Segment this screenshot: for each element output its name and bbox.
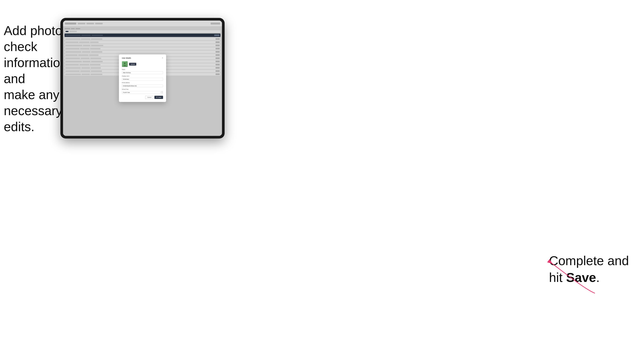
email-field-group: Email address xyxy=(122,82,163,87)
school-year-arrows: ▲ ▼ xyxy=(162,91,162,93)
user-photo xyxy=(122,61,128,67)
photo-image xyxy=(122,62,127,66)
save-button[interactable]: ⬆ Save xyxy=(154,96,163,99)
name-input[interactable] xyxy=(122,71,163,74)
school-year-field-group: School Year × ▲ ▼ xyxy=(122,89,163,94)
display-name-label: Display name xyxy=(122,75,163,77)
school-year-input[interactable] xyxy=(122,91,163,94)
save-icon: ⬆ xyxy=(156,97,158,98)
school-year-wrapper: × ▲ ▼ xyxy=(122,90,163,94)
photo-section: Upload xyxy=(122,61,163,67)
display-name-input[interactable] xyxy=(122,78,163,81)
close-button[interactable]: × xyxy=(162,57,163,59)
upload-button[interactable]: Upload xyxy=(129,63,136,66)
name-field-group: Name xyxy=(122,69,163,74)
modal-overlay: User details × Upload xyxy=(63,20,222,136)
email-input[interactable] xyxy=(122,84,163,87)
school-year-clear[interactable]: × xyxy=(160,91,161,93)
user-details-modal: User details × Upload xyxy=(119,54,166,102)
svg-point-3 xyxy=(124,63,126,64)
modal-footer: Cancel ⬆ Save xyxy=(122,96,163,99)
cancel-button[interactable]: Cancel xyxy=(145,96,154,99)
school-year-down[interactable]: ▼ xyxy=(162,92,162,93)
modal-title: User details xyxy=(122,57,131,59)
email-label: Email address xyxy=(122,82,163,83)
tablet-screen: User details × Upload xyxy=(63,20,222,136)
svg-point-4 xyxy=(124,65,126,66)
modal-title-row: User details × xyxy=(122,57,163,59)
school-year-controls: × ▲ ▼ xyxy=(160,91,162,93)
annotation-right: Complete and hit Save. xyxy=(549,252,629,286)
display-name-field-group: Display name xyxy=(122,75,163,81)
name-label: Name xyxy=(122,69,163,70)
tablet-device: User details × Upload xyxy=(60,18,224,139)
school-year-label: School Year xyxy=(122,89,163,90)
